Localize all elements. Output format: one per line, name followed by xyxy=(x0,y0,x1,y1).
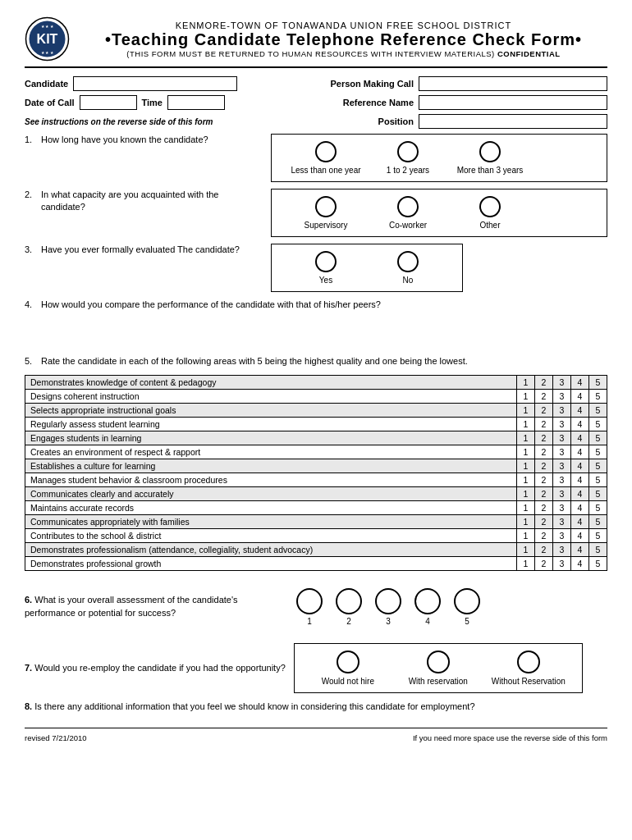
scale-value[interactable]: 1 xyxy=(517,375,535,389)
scale-value[interactable]: 2 xyxy=(535,445,553,459)
q7-circle-1[interactable] xyxy=(337,651,360,673)
scale-value[interactable]: 5 xyxy=(589,375,607,389)
q2-option-3[interactable]: Other xyxy=(449,196,531,230)
q6-option-3[interactable]: 3 xyxy=(375,588,401,626)
q1-circle-2[interactable] xyxy=(397,141,419,162)
scale-value[interactable]: 3 xyxy=(553,472,571,486)
q6-option-1[interactable]: 1 xyxy=(296,588,323,626)
scale-value[interactable]: 1 xyxy=(517,542,535,556)
position-input[interactable] xyxy=(419,114,607,129)
scale-value[interactable]: 4 xyxy=(571,389,589,403)
scale-value[interactable]: 3 xyxy=(553,445,571,459)
scale-value[interactable]: 3 xyxy=(553,514,571,528)
q6-circle-5[interactable] xyxy=(454,588,480,614)
scale-value[interactable]: 1 xyxy=(517,389,535,403)
q3-circle-no[interactable] xyxy=(397,251,419,272)
scale-value[interactable]: 1 xyxy=(517,431,535,445)
reference-name-input[interactable] xyxy=(419,95,607,110)
q7-option-3[interactable]: Without Reservation xyxy=(483,651,574,686)
q3-option-no[interactable]: No xyxy=(367,251,449,285)
scale-value[interactable]: 3 xyxy=(553,459,571,472)
date-of-call-input[interactable] xyxy=(80,95,137,110)
q1-circle-1[interactable] xyxy=(315,141,337,162)
scale-value[interactable]: 1 xyxy=(517,556,535,570)
scale-value[interactable]: 3 xyxy=(553,417,571,431)
scale-value[interactable]: 2 xyxy=(535,431,553,445)
scale-value[interactable]: 2 xyxy=(535,459,553,472)
q6-circle-3[interactable] xyxy=(375,588,401,614)
q2-circle-1[interactable] xyxy=(315,196,337,217)
scale-value[interactable]: 1 xyxy=(517,500,535,514)
scale-value[interactable]: 2 xyxy=(535,389,553,403)
scale-value[interactable]: 5 xyxy=(589,389,607,403)
scale-value[interactable]: 2 xyxy=(535,500,553,514)
q6-option-4[interactable]: 4 xyxy=(414,588,441,626)
scale-value[interactable]: 5 xyxy=(589,542,607,556)
scale-value[interactable]: 3 xyxy=(553,542,571,556)
scale-value[interactable]: 1 xyxy=(517,459,535,472)
scale-value[interactable]: 2 xyxy=(535,403,553,417)
q7-option-2[interactable]: With reservation xyxy=(393,651,483,686)
scale-value[interactable]: 2 xyxy=(535,486,553,500)
q1-option-3[interactable]: More than 3 years xyxy=(449,141,531,175)
scale-value[interactable]: 4 xyxy=(571,431,589,445)
q2-circle-2[interactable] xyxy=(397,196,419,217)
scale-value[interactable]: 1 xyxy=(517,417,535,431)
scale-value[interactable]: 2 xyxy=(535,514,553,528)
scale-value[interactable]: 2 xyxy=(535,542,553,556)
scale-value[interactable]: 3 xyxy=(553,500,571,514)
scale-value[interactable]: 4 xyxy=(571,486,589,500)
scale-value[interactable]: 4 xyxy=(571,500,589,514)
q1-option-2[interactable]: 1 to 2 years xyxy=(367,141,449,175)
q7-option-1[interactable]: Would not hire xyxy=(303,651,393,686)
q3-circle-yes[interactable] xyxy=(315,251,337,272)
q6-circle-1[interactable] xyxy=(296,588,323,614)
scale-value[interactable]: 4 xyxy=(571,528,589,542)
scale-value[interactable]: 4 xyxy=(571,542,589,556)
scale-value[interactable]: 2 xyxy=(535,528,553,542)
scale-value[interactable]: 1 xyxy=(517,486,535,500)
scale-value[interactable]: 2 xyxy=(535,417,553,431)
scale-value[interactable]: 5 xyxy=(589,431,607,445)
q1-circle-3[interactable] xyxy=(479,141,501,162)
scale-value[interactable]: 3 xyxy=(553,528,571,542)
scale-value[interactable]: 5 xyxy=(589,556,607,570)
scale-value[interactable]: 1 xyxy=(517,403,535,417)
candidate-input[interactable] xyxy=(73,76,237,91)
scale-value[interactable]: 3 xyxy=(553,431,571,445)
scale-value[interactable]: 3 xyxy=(553,389,571,403)
time-input[interactable] xyxy=(167,95,225,110)
scale-value[interactable]: 3 xyxy=(553,403,571,417)
scale-value[interactable]: 4 xyxy=(571,445,589,459)
scale-value[interactable]: 4 xyxy=(571,472,589,486)
scale-value[interactable]: 4 xyxy=(571,417,589,431)
q2-circle-3[interactable] xyxy=(479,196,501,217)
scale-value[interactable]: 5 xyxy=(589,500,607,514)
scale-value[interactable]: 1 xyxy=(517,528,535,542)
person-making-call-input[interactable] xyxy=(419,76,607,91)
scale-value[interactable]: 5 xyxy=(589,528,607,542)
q1-option-1[interactable]: Less than one year xyxy=(285,141,367,175)
scale-value[interactable]: 2 xyxy=(535,556,553,570)
q6-circle-4[interactable] xyxy=(414,588,441,614)
q6-option-5[interactable]: 5 xyxy=(454,588,480,626)
q7-circle-2[interactable] xyxy=(427,651,450,673)
scale-value[interactable]: 5 xyxy=(589,459,607,472)
scale-value[interactable]: 5 xyxy=(589,514,607,528)
scale-value[interactable]: 1 xyxy=(517,472,535,486)
q6-option-2[interactable]: 2 xyxy=(336,588,362,626)
scale-value[interactable]: 5 xyxy=(589,445,607,459)
scale-value[interactable]: 3 xyxy=(553,375,571,389)
scale-value[interactable]: 4 xyxy=(571,459,589,472)
scale-value[interactable]: 3 xyxy=(553,486,571,500)
scale-value[interactable]: 1 xyxy=(517,514,535,528)
q2-option-1[interactable]: Supervisory xyxy=(285,196,367,230)
scale-value[interactable]: 4 xyxy=(571,403,589,417)
q4-answer-area[interactable] xyxy=(25,317,607,350)
q2-option-2[interactable]: Co-worker xyxy=(367,196,449,230)
scale-value[interactable]: 3 xyxy=(553,556,571,570)
scale-value[interactable]: 5 xyxy=(589,403,607,417)
scale-value[interactable]: 4 xyxy=(571,514,589,528)
scale-value[interactable]: 5 xyxy=(589,472,607,486)
q3-option-yes[interactable]: Yes xyxy=(285,251,367,285)
